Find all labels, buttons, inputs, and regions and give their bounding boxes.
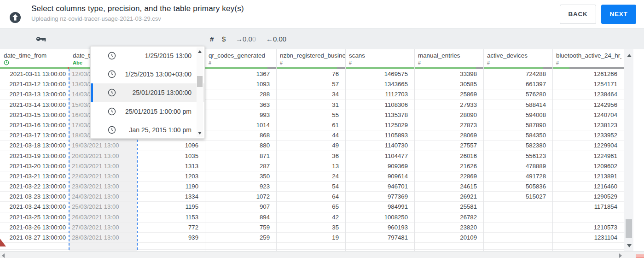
cell: 24/03/2021 13:00 [69, 192, 137, 202]
cell: 33398 [414, 69, 483, 79]
column-header[interactable]: date_time_from [0, 49, 69, 69]
cell: 1238464 [552, 89, 624, 100]
cell: 1367 [205, 69, 276, 79]
cell: 2021-03-15 13:00:00 [0, 110, 69, 120]
top-bar: Select columns type, precision, and the … [0, 0, 644, 29]
cell: 880 [205, 141, 276, 151]
import-wizard: Select columns type, precision, and the … [0, 0, 644, 258]
cell: 13 [276, 161, 345, 171]
cell: 2021-03-23 13:00:00 [0, 192, 69, 202]
cell: 35 [276, 223, 345, 233]
cell: 28/03/2021 13:00 [69, 233, 137, 243]
cell: 1035 [137, 151, 205, 161]
cell: 1242956 [552, 100, 624, 110]
column-divider [552, 49, 553, 251]
cell: 2021-03-12 13:00:00 [0, 79, 69, 89]
cell: 1290529 [552, 192, 624, 202]
cell: 515027 [483, 192, 552, 202]
cell: 1254171 [552, 79, 624, 89]
cell: 1210573 [552, 223, 624, 233]
cell: 946701 [345, 182, 414, 192]
column-name: qr_codes_generated [209, 52, 265, 59]
precision-decrease-button[interactable]: ←0.00 [266, 29, 286, 49]
column-type-icon [4, 60, 9, 66]
format-option[interactable]: Jan 25, 2015 1:00 pm [91, 121, 204, 139]
column-header[interactable]: active_devices # [483, 49, 552, 69]
cell: 2021-03-20 13:00:00 [0, 161, 69, 171]
cell: 2021-03-27 13:00:00 [0, 233, 69, 243]
integer-type-button[interactable]: # [210, 29, 214, 49]
cell: 584350 [483, 130, 552, 141]
cell [483, 223, 552, 233]
scroll-down-button[interactable] [627, 244, 632, 247]
cell: 19 [276, 233, 345, 243]
cell: 34 [276, 89, 345, 100]
cell: 25/03/2021 13:00 [69, 202, 137, 212]
cell: 960193 [345, 223, 414, 233]
format-option[interactable]: 1/25/2015 13:00+03:00 [91, 65, 204, 83]
scroll-up-button[interactable] [627, 54, 632, 57]
cell: 556123 [483, 151, 552, 161]
dropdown-scroll-up-button[interactable] [198, 50, 202, 53]
column-header[interactable]: manual_entries # [414, 49, 483, 69]
column-header[interactable]: qr_codes_generated # [205, 49, 276, 69]
cell: 939 [137, 233, 205, 243]
table-row: 2021-03-27 13:00:0028/03/2021 13:0093925… [0, 233, 624, 243]
cell: 907 [205, 202, 276, 212]
cell: 594008 [483, 110, 552, 120]
column-name: scans [349, 52, 365, 59]
cell [483, 212, 552, 223]
cell: 26/03/2021 13:00 [69, 212, 137, 223]
column-name: active_devices [487, 52, 528, 59]
cell [552, 212, 624, 223]
cell: 1096 [137, 141, 205, 151]
scroll-right-button[interactable] [619, 253, 622, 258]
scroll-left-button[interactable] [2, 253, 5, 258]
page-title: Select columns type, precision, and the … [31, 4, 244, 13]
cell: 22/03/2021 13:00 [69, 171, 137, 182]
table-row: 2021-03-26 13:00:0027/03/2021 13:0077275… [0, 223, 624, 233]
horizontal-scrollbar[interactable] [0, 251, 644, 258]
cell: 1112703 [345, 89, 414, 100]
cell: 1171854 [552, 202, 624, 212]
currency-type-button[interactable]: $ [222, 29, 226, 49]
cell: 797481 [345, 233, 414, 243]
cell: 1008250 [345, 212, 414, 223]
cell: 288 [205, 89, 276, 100]
cell: 1135378 [345, 110, 414, 120]
dropdown-scrollbar-thumb[interactable] [197, 76, 203, 87]
column-divider [345, 49, 346, 251]
clock-icon [108, 52, 116, 60]
cell: 1313 [137, 161, 205, 171]
column-type-icon: # [556, 60, 559, 65]
cell: 478889 [483, 161, 552, 171]
format-option[interactable]: 25/01/2015 13:00:00 [91, 83, 204, 102]
cell: 31 [276, 100, 345, 110]
cell: 44 [276, 130, 345, 141]
column-header[interactable]: bluetooth_active_24_hr_ # [552, 49, 624, 69]
format-option[interactable]: 25/01/2015 1:00:00 pm [91, 102, 204, 121]
cell: 2021-03-19 13:00:00 [0, 151, 69, 161]
cell: 36 [276, 151, 345, 161]
cell: 1233952 [552, 130, 624, 141]
next-button[interactable]: NEXT [601, 5, 636, 24]
table-row: 2021-03-23 13:00:0024/03/2021 13:0013341… [0, 192, 624, 202]
column-type-icon: # [487, 60, 490, 65]
vertical-scrollbar[interactable] [624, 49, 633, 251]
dropdown-scrollbar[interactable] [197, 47, 203, 137]
column-name: manual_entries [418, 52, 460, 59]
column-header[interactable]: nzbn_registered_busine # [276, 49, 345, 69]
back-button[interactable]: BACK [560, 5, 596, 24]
table-row: 2021-03-21 13:00:0022/03/2021 13:0012033… [0, 171, 624, 182]
cell: 1334 [137, 192, 205, 202]
error-marker-icon [0, 239, 6, 246]
dropdown-scroll-down-button[interactable] [198, 132, 202, 135]
column-header[interactable]: scans # [345, 49, 414, 69]
precision-increase-button[interactable]: →0.00 [236, 29, 256, 49]
cell: 21/03/2021 13:00 [69, 161, 137, 171]
primary-key-icon[interactable] [36, 29, 46, 49]
vertical-scrollbar-thumb[interactable] [626, 219, 632, 238]
format-option[interactable]: 1/25/2015 13:00 [91, 47, 204, 65]
format-option-label: Jan 25, 2015 1:00 pm [116, 126, 191, 134]
cell: 576280 [483, 89, 552, 100]
